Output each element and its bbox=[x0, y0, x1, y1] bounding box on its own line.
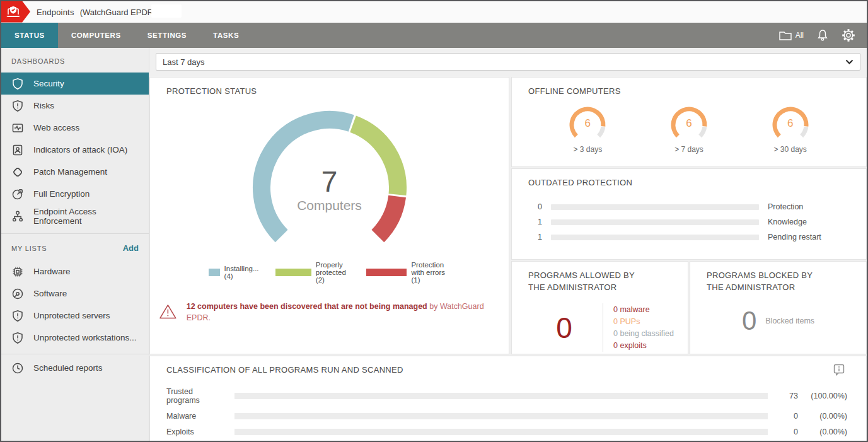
sidebar-item-web-access[interactable]: Web access bbox=[1, 117, 149, 139]
top-bar: Endpoints (WatchGuard EPDR) bbox=[1, 1, 867, 23]
bar-track bbox=[551, 204, 759, 210]
legend-installing[interactable]: Installing... (4) bbox=[209, 261, 258, 284]
programs-blocked-title: PROGRAMS BLOCKED BY THE ADMINISTRATOR bbox=[690, 262, 866, 293]
time-range-value: Last 7 days bbox=[163, 57, 205, 67]
activity-monitor-icon bbox=[11, 122, 24, 134]
sidebar-item-software[interactable]: Software bbox=[1, 282, 149, 305]
blocked-total-value[interactable]: 0 bbox=[742, 307, 756, 335]
protection-status-legend: Installing... (4) Properly protected (2)… bbox=[150, 261, 509, 284]
bar-track bbox=[551, 235, 759, 240]
folder-all-label: All bbox=[796, 31, 804, 40]
group-filter-button[interactable]: All bbox=[778, 30, 804, 41]
sidebar-item-ioa[interactable]: Indicators of attack (IOA) bbox=[1, 139, 149, 161]
warning-text-bold: 12 computers have been discovered that a… bbox=[187, 302, 427, 311]
tab-status[interactable]: STATUS bbox=[1, 23, 58, 48]
allowed-total-value[interactable]: 0 bbox=[541, 312, 587, 344]
main-nav: STATUS COMPUTERS SETTINGS TASKS All bbox=[1, 23, 867, 48]
classification-row-malware[interactable]: Malware 0 (0.00%) bbox=[166, 412, 847, 421]
legend-protection-errors[interactable]: Protection with errors (1) bbox=[366, 261, 450, 284]
unmanaged-computers-warning[interactable]: 12 computers have been discovered that a… bbox=[159, 300, 509, 323]
info-icon[interactable] bbox=[832, 363, 846, 376]
encryption-dial-icon bbox=[11, 188, 24, 201]
time-range-select[interactable]: Last 7 days bbox=[156, 53, 860, 71]
sidebar-item-risks[interactable]: Risks bbox=[1, 95, 149, 117]
classification-row-exploits[interactable]: Exploits 0 (0.00%) bbox=[166, 427, 847, 436]
sidebar-item-unprotected-workstations[interactable]: Unprotected workstations... bbox=[1, 327, 149, 349]
allowed-pups[interactable]: 0 PUPs bbox=[613, 317, 674, 327]
clock-icon bbox=[11, 362, 24, 375]
offline-gauge-30days[interactable]: 6 > 30 days bbox=[764, 102, 817, 154]
bar-track bbox=[234, 413, 768, 419]
allowed-being-classified[interactable]: 0 being classified bbox=[613, 329, 674, 339]
outdated-row-knowledge[interactable]: 1 Knowledge bbox=[528, 218, 850, 226]
sidebar-divider bbox=[1, 354, 149, 354]
watchguard-logo-icon[interactable] bbox=[1, 1, 30, 23]
mylists-header-row: MY LISTS Add bbox=[1, 233, 149, 260]
outdated-protection-title: OUTDATED PROTECTION bbox=[512, 169, 866, 189]
tab-tasks[interactable]: TASKS bbox=[200, 23, 252, 48]
chevron-down-icon bbox=[845, 59, 854, 65]
warning-triangle-icon bbox=[159, 303, 177, 320]
blocked-total-label: Blocked items bbox=[765, 317, 814, 325]
account-name-box bbox=[151, 4, 182, 18]
chip-icon bbox=[11, 265, 24, 278]
programs-blocked-panel: PROGRAMS BLOCKED BY THE ADMINISTRATOR 0 … bbox=[690, 261, 867, 354]
bar-track bbox=[234, 393, 768, 399]
offline-computers-title: OFFLINE COMPUTERS bbox=[512, 78, 866, 97]
tab-computers[interactable]: COMPUTERS bbox=[58, 23, 134, 48]
shield-alert-icon bbox=[11, 310, 24, 322]
tab-settings[interactable]: SETTINGS bbox=[134, 23, 200, 48]
bar-track bbox=[234, 429, 768, 435]
outdated-row-pending-restart[interactable]: 1 Pending restart bbox=[528, 233, 850, 241]
allowed-exploits[interactable]: 0 exploits bbox=[613, 340, 674, 351]
programs-allowed-title: PROGRAMS ALLOWED BY THE ADMINISTRATOR bbox=[512, 262, 688, 293]
allowed-malware[interactable]: 0 malware bbox=[613, 305, 674, 315]
programs-allowed-panel: PROGRAMS ALLOWED BY THE ADMINISTRATOR 0 … bbox=[511, 261, 688, 354]
legend-swatch bbox=[366, 269, 407, 276]
patch-icon bbox=[11, 166, 24, 178]
protection-status-title: PROTECTION STATUS bbox=[150, 78, 509, 97]
classification-title: CLASSIFICATION OF ALL PROGRAMS RUN AND S… bbox=[150, 356, 866, 376]
network-hierarchy-icon bbox=[11, 210, 24, 223]
sidebar-item-hardware[interactable]: Hardware bbox=[1, 260, 149, 282]
notifications-bell-icon[interactable] bbox=[816, 28, 829, 42]
protection-status-gauge: 7 Computers bbox=[235, 106, 424, 255]
sidebar-item-patch-management[interactable]: Patch Management bbox=[1, 161, 149, 183]
offline-gauge-7days[interactable]: 6 > 7 days bbox=[663, 102, 715, 154]
offline-gauge-3days[interactable]: 6 > 3 days bbox=[561, 102, 614, 154]
dashboards-header: DASHBOARDS bbox=[1, 48, 149, 73]
sidebar-item-unprotected-servers[interactable]: Unprotected servers bbox=[1, 305, 149, 327]
allowed-breakdown-list: 0 malware 0 PUPs 0 being classified 0 ex… bbox=[603, 303, 674, 352]
classification-row-trusted[interactable]: Trusted programs 73 (100.00%) bbox=[166, 387, 847, 405]
person-badge-icon bbox=[11, 144, 24, 156]
shield-icon bbox=[11, 78, 24, 90]
shield-alert-icon bbox=[11, 332, 24, 344]
gauge-total-label: Computers bbox=[235, 198, 424, 213]
watchguard-epdr-dashboard: { "topbar": { "product": "Endpoints", "s… bbox=[0, 0, 868, 442]
suite-title: (WatchGuard EPDR) bbox=[80, 8, 156, 17]
main-content: Last 7 days PROTECTION STATUS 7 Computer… bbox=[149, 48, 867, 442]
classification-panel: CLASSIFICATION OF ALL PROGRAMS RUN AND S… bbox=[149, 356, 867, 442]
folder-icon bbox=[778, 30, 792, 41]
sidebar-item-full-encryption[interactable]: Full Encryption bbox=[1, 183, 149, 205]
sidebar-item-scheduled-reports[interactable]: Scheduled reports bbox=[1, 357, 149, 379]
outdated-row-protection[interactable]: 0 Protection bbox=[528, 202, 850, 211]
protection-status-panel: PROTECTION STATUS 7 Computers Installing… bbox=[149, 77, 509, 354]
legend-swatch bbox=[209, 269, 219, 276]
add-list-button[interactable]: Add bbox=[123, 243, 139, 253]
gauge-total-value: 7 bbox=[235, 166, 424, 197]
bar-track bbox=[551, 219, 759, 225]
legend-properly-protected[interactable]: Properly protected (2) bbox=[275, 261, 350, 284]
legend-swatch bbox=[275, 269, 311, 276]
sidebar: DASHBOARDS Security Risks Web access bbox=[1, 48, 149, 442]
shield-alert-icon bbox=[11, 100, 24, 112]
offline-computers-panel: OFFLINE COMPUTERS 6 > 3 days 6 > 7 days bbox=[511, 77, 867, 167]
outdated-protection-panel: OUTDATED PROTECTION 0 Protection 1 Knowl… bbox=[511, 168, 867, 260]
sidebar-item-security[interactable]: Security bbox=[1, 73, 149, 95]
settings-gear-icon[interactable] bbox=[842, 28, 855, 42]
sidebar-item-endpoint-access-enforcement[interactable]: Endpoint Access Enforcement bbox=[1, 205, 149, 227]
disc-icon bbox=[11, 288, 24, 300]
mylists-header: MY LISTS bbox=[11, 245, 47, 252]
product-title: Endpoints bbox=[37, 8, 74, 17]
